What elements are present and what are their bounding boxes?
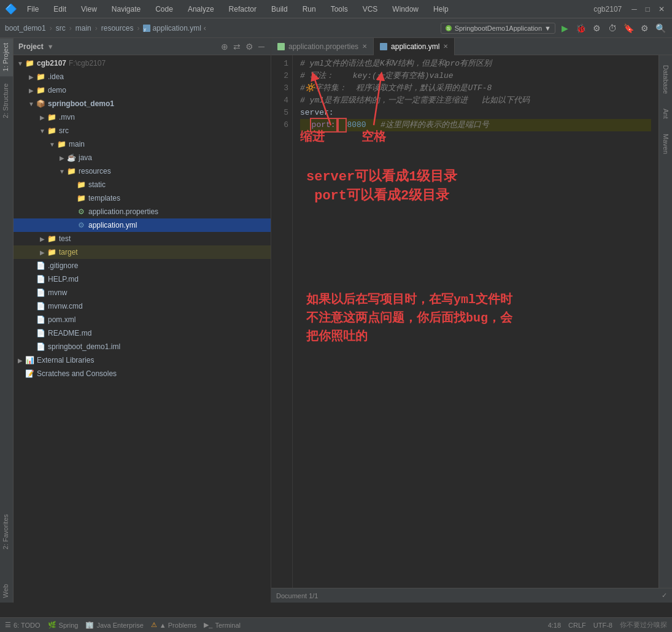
breadcrumb-root[interactable]: boot_demo1 bbox=[5, 24, 46, 33]
menu-edit[interactable]: Edit bbox=[48, 4, 71, 15]
editor-content[interactable]: 1 2 3 4 5 6 # yml文件的语法也是K和V结构，但是和pro有所区别… bbox=[271, 55, 672, 588]
close-button[interactable]: ✕ bbox=[656, 5, 667, 13]
tree-mvn-label: .mvn bbox=[59, 113, 75, 121]
checkmark-icon: ✓ bbox=[662, 592, 667, 599]
right-tab-ant[interactable]: Ant bbox=[660, 101, 671, 126]
sidebar-dropdown[interactable]: ▼ bbox=[47, 43, 54, 50]
tree-target[interactable]: ▶ 📁 target bbox=[14, 245, 271, 259]
menu-help[interactable]: Help bbox=[428, 4, 454, 15]
tree-static[interactable]: 📁 static bbox=[14, 178, 271, 191]
menu-run[interactable]: Run bbox=[298, 4, 321, 15]
tree-external[interactable]: ▶ 📊 External Libraries bbox=[14, 353, 271, 367]
sidebar-settings-icon[interactable]: ⚙ bbox=[244, 40, 255, 53]
tree-iml[interactable]: 📄 springboot_demo1.iml bbox=[14, 340, 271, 353]
tree-pom[interactable]: 📄 pom.xml bbox=[14, 313, 271, 326]
left-tab-favorites[interactable]: 2: Favorites bbox=[0, 509, 13, 554]
breadcrumb-src[interactable]: src bbox=[56, 24, 66, 33]
sidebar-add-icon[interactable]: ⊕ bbox=[220, 40, 230, 53]
minimize-button[interactable]: ─ bbox=[629, 5, 639, 13]
tree-main[interactable]: ▼ 📁 main bbox=[14, 137, 271, 151]
tab-yml-label: application.yml bbox=[391, 42, 439, 51]
tree-mvnwcmd[interactable]: 📄 mvnw.cmd bbox=[14, 299, 271, 313]
tree-help[interactable]: 📄 HELP.md bbox=[14, 272, 271, 286]
tree-templates[interactable]: 📁 templates bbox=[14, 191, 271, 205]
sidebar-controls: ⊕ ⇄ ⚙ ─ bbox=[220, 40, 266, 53]
tree-app-properties[interactable]: ⚙ application.properties bbox=[14, 205, 271, 218]
problems-label: ▲ Problems bbox=[160, 622, 196, 629]
debug-button[interactable]: 🐞 bbox=[574, 21, 587, 35]
sidebar-expand-icon[interactable]: ⇄ bbox=[232, 40, 242, 53]
tab-app-yml[interactable]: application.yml ✕ bbox=[374, 38, 455, 55]
tree-iml-label: springboot_demo1.iml bbox=[48, 342, 120, 351]
yml-file-icon: y bbox=[143, 25, 150, 32]
tree-scratches[interactable]: 📝 Scratches and Consoles bbox=[14, 367, 271, 380]
space-arrow-area bbox=[349, 70, 398, 136]
back-button[interactable]: ‹ bbox=[204, 24, 211, 33]
spring-button[interactable]: 🌿 Spring bbox=[48, 621, 79, 629]
menu-navigate[interactable]: Navigate bbox=[107, 4, 145, 15]
code-area[interactable]: # yml文件的语法也是K和V结构，但是和pro有所区别 # 写法： key:(… bbox=[293, 55, 658, 588]
menu-code[interactable]: Code bbox=[150, 4, 178, 15]
left-tab-project[interactable]: 1: Project bbox=[0, 38, 13, 76]
tree-java[interactable]: ▶ ☕ java bbox=[14, 151, 271, 164]
space-label: 空格 bbox=[361, 131, 386, 156]
indent-arrows-svg bbox=[306, 70, 355, 131]
tree-expand-external: ▶ bbox=[16, 357, 25, 364]
left-tab-web[interactable]: Web bbox=[0, 579, 13, 603]
problems-button[interactable]: ⚠ ▲ Problems bbox=[151, 621, 196, 629]
breadcrumb-yml[interactable]: y application.yml bbox=[143, 24, 201, 33]
menu-view[interactable]: View bbox=[76, 4, 102, 15]
todo-button[interactable]: ☰ 6: TODO bbox=[5, 621, 41, 629]
file-readme-icon: 📄 bbox=[36, 328, 45, 338]
tree-test[interactable]: ▶ 📁 test bbox=[14, 232, 271, 245]
menu-analyze[interactable]: Analyze bbox=[183, 4, 219, 15]
tree-mvnw[interactable]: 📄 mvnw bbox=[14, 286, 271, 299]
run-config-dropdown[interactable]: ▼ bbox=[544, 25, 551, 32]
search-button[interactable]: 🔍 bbox=[654, 21, 667, 35]
menu-vcs[interactable]: VCS bbox=[358, 4, 383, 15]
sidebar-minimize-icon[interactable]: ─ bbox=[257, 40, 266, 53]
terminal-button[interactable]: ▶_ Terminal bbox=[204, 621, 241, 629]
settings-button[interactable]: ⚙ bbox=[638, 21, 651, 35]
run-config-selector[interactable]: S SpringbootDemo1Application ▼ bbox=[441, 23, 555, 34]
tree-app-yml-label: application.yml bbox=[88, 221, 137, 229]
todo-label: 6: TODO bbox=[14, 622, 41, 629]
yml-tab-icon bbox=[380, 43, 387, 50]
right-tab-maven[interactable]: Maven bbox=[660, 126, 671, 161]
tree-gitignore[interactable]: 📄 .gitignore bbox=[14, 259, 271, 272]
tab-yml-close[interactable]: ✕ bbox=[443, 43, 448, 50]
menu-refactor[interactable]: Refactor bbox=[224, 4, 261, 15]
bookmark-button[interactable]: 🔖 bbox=[622, 21, 635, 35]
tab-props-close[interactable]: ✕ bbox=[362, 43, 367, 50]
folder-test-icon: 📁 bbox=[47, 234, 56, 244]
maximize-button[interactable]: □ bbox=[643, 5, 652, 13]
tree-idea[interactable]: ▶ 📁 .idea bbox=[14, 70, 271, 83]
file-props-icon: ⚙ bbox=[76, 207, 86, 217]
tree-demo[interactable]: ▶ 📁 demo bbox=[14, 83, 271, 97]
breadcrumb-main[interactable]: main bbox=[75, 24, 91, 33]
right-tab-database[interactable]: Database bbox=[660, 58, 671, 101]
tree-gitignore-label: .gitignore bbox=[48, 261, 78, 270]
tree-mvn[interactable]: ▶ 📁 .mvn bbox=[14, 110, 271, 124]
tree-root[interactable]: ▼ 📁 cgb2107 F:\cgb2107 bbox=[14, 56, 271, 70]
hint-label: 你不要过分嗅探 bbox=[620, 620, 667, 630]
tree-resources[interactable]: ▼ 📁 resources bbox=[14, 164, 271, 178]
run-button[interactable]: ▶ bbox=[558, 21, 571, 35]
folder-target-icon: 📁 bbox=[47, 247, 56, 257]
spring-leaf-icon: 🌿 bbox=[48, 621, 56, 629]
menu-file[interactable]: File bbox=[22, 4, 44, 15]
tree-springboot[interactable]: ▼ 📦 springboot_demo1 bbox=[14, 97, 271, 110]
profile-button[interactable]: ⏱ bbox=[606, 21, 619, 35]
tree-app-yml[interactable]: ⚙ application.yml bbox=[14, 218, 271, 232]
menu-window[interactable]: Window bbox=[387, 4, 423, 15]
tree-src[interactable]: ▼ 📁 src bbox=[14, 124, 271, 137]
tree-readme[interactable]: 📄 README.md bbox=[14, 326, 271, 340]
breadcrumb-resources[interactable]: resources bbox=[101, 24, 134, 33]
tab-app-properties[interactable]: application.properties ✕ bbox=[271, 38, 374, 55]
enterprise-button[interactable]: 🏢 Java Enterprise bbox=[85, 621, 143, 629]
menu-build[interactable]: Build bbox=[266, 4, 293, 15]
coverage-button[interactable]: ⚙ bbox=[590, 21, 603, 35]
left-tab-structure[interactable]: 2: Structure bbox=[0, 79, 13, 123]
menu-tools[interactable]: Tools bbox=[326, 4, 353, 15]
tree-scratches-label: Scratches and Consoles bbox=[37, 369, 117, 378]
